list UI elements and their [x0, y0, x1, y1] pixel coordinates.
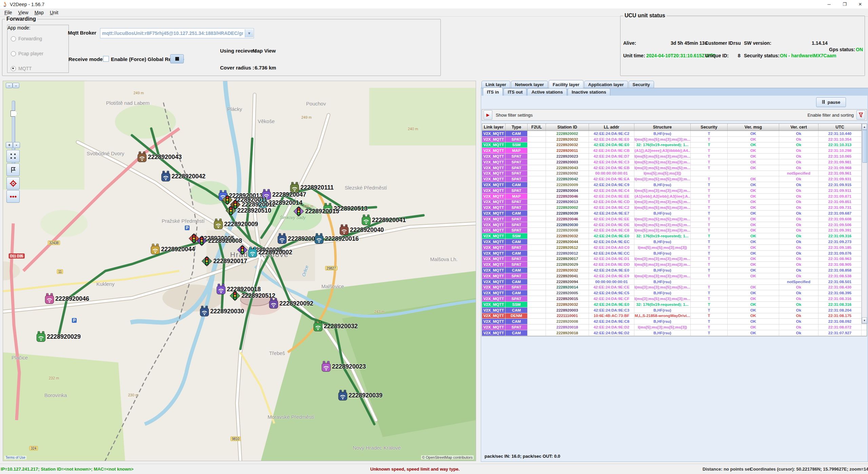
radio-pcap-player[interactable]: Pcap player — [11, 51, 43, 56]
map-mini-button-1[interactable]: – — [6, 83, 13, 88]
table-row[interactable]: V2X_MQTTSPAT222892001442:EE:24:DA:9E:CEl… — [482, 285, 867, 291]
table-row[interactable]: V2X_MQTTSPAT222892001842:EE:24:DA:9E:D2l… — [482, 324, 867, 330]
table-row[interactable]: V2X_MQTTSPAT222892004242:EE:24:DA:9E:EAl… — [482, 176, 867, 182]
subtab-inactive-stations[interactable]: Inactive stations — [568, 88, 610, 96]
more-options-button[interactable] — [6, 190, 20, 203]
map-terms-link[interactable]: Terms of Use — [4, 456, 26, 459]
table-row[interactable]: V2X_MQTTSPAT222892004642:EE:24:DA:9E:EEl… — [482, 216, 867, 222]
scroll-up-arrow[interactable]: ▲ — [862, 124, 867, 130]
table-row[interactable]: V2X_MQTTSPAT222892002942:EE:24:DA:9E:DDl… — [482, 262, 867, 268]
column-header-ver-cert[interactable]: Ver. cert — [779, 124, 818, 131]
table-row[interactable]: V2X_MQTTDENM222111000110:6E:4B:AC:73:BFM… — [482, 313, 867, 319]
table-row[interactable]: V2X_MQTTSSM222892003242:EE:24:DA:9E:E032… — [482, 142, 867, 148]
column-header-link-layer[interactable]: Link layer — [482, 124, 506, 131]
radio-forwarding[interactable]: Forwarding — [11, 36, 42, 41]
radio-icon[interactable] — [11, 51, 16, 56]
scrollbar-thumb[interactable] — [862, 130, 867, 163]
table-row[interactable]: V2X_MQTTCAM222892000842:EE:24:DA:9E:C8B,… — [482, 319, 867, 324]
map-marker-rsu[interactable]: 2228920029 — [36, 331, 81, 342]
table-row[interactable]: V2X_MQTTMAP222892004642:EE:24:DA:9E:EEI(… — [482, 194, 867, 199]
table-row[interactable]: V2X_MQTTCAM222892009400:00:00:00:00:01B,… — [482, 279, 867, 285]
column-header-utc[interactable]: UTC — [818, 124, 862, 131]
tab-network-layer[interactable]: Network layer — [511, 81, 548, 88]
table-row[interactable]: V2X_MQTTCAM222892000942:EE:24:DA:9E:C9B,… — [482, 182, 867, 188]
table-row[interactable]: V2X_MQTTMAP222892001142:EE:24:DA:9E:CBI(… — [482, 148, 867, 154]
tab-application-layer[interactable]: Application layer — [584, 81, 628, 88]
map-mini-button-2[interactable]: – — [13, 83, 19, 88]
table-row[interactable]: V2X_MQTTSPAT222892002342:EE:24:DA:9E:D7l… — [482, 154, 867, 159]
mqtt-broker-input[interactable] — [100, 31, 245, 36]
table-row[interactable]: V2X_MQTTSPAT222892000842:EE:24:DA:9E:C8l… — [482, 228, 867, 234]
table-row[interactable]: V2X_MQTTSPAT222892001342:EE:24:DA:9E:CDl… — [482, 199, 867, 205]
column-header-structure[interactable]: Structure — [634, 124, 691, 131]
table-header-row[interactable]: Link layerTypeF2ULStation IDLL addrStruc… — [482, 124, 867, 131]
expand-filter-button[interactable]: ▶ — [484, 110, 492, 120]
map-marker-rsu[interactable]: 2228920046 — [44, 293, 89, 304]
table-row[interactable]: V2X_MQTTSSM222892003242:EE:24:DA:9E:E032… — [482, 302, 867, 308]
table-row[interactable]: V2X_MQTTSSM222892003242:EE:24:DA:9E:E032… — [482, 233, 867, 239]
map-marker-rsu[interactable]: 2228920044 — [150, 243, 195, 255]
column-header-f2ul[interactable]: F2UL — [528, 124, 546, 131]
column-header-security[interactable]: Security — [691, 124, 728, 131]
tab-facility-layer[interactable]: Facility layer — [549, 80, 584, 88]
map-marker-rsu[interactable]: 2228920023 — [321, 361, 366, 372]
window-titlebar[interactable]: V2Deep - 1.56.7 ─ ❐ ✕ — [0, 0, 868, 9]
radio-icon[interactable] — [11, 66, 16, 71]
table-row[interactable]: V2X_MQTTCAM222892000542:EE:24:DA:9E:C5B,… — [482, 290, 867, 296]
map-marker-rsu[interactable]: 2228920002 — [248, 246, 292, 258]
center-target-button[interactable] — [6, 177, 20, 190]
map-marker-rsu[interactable]: 2228920016 — [314, 233, 359, 244]
map-view[interactable]: P P Plotiště nad LabemPláckyPouchovVěkoš… — [3, 81, 476, 461]
table-row[interactable]: V2X_MQTTSPAT222892001742:EE:24:DA:9E:D1l… — [482, 256, 867, 262]
menu-view[interactable]: View — [15, 9, 32, 16]
table-row[interactable]: V2X_MQTTCAM222892000342:EE:24:DA:9E:C3B,… — [482, 308, 867, 313]
table-row[interactable]: V2X_MQTTSPAT222892000242:EE:24:DA:9E:C2l… — [482, 205, 867, 211]
scroll-down-arrow[interactable]: ▼ — [862, 317, 867, 323]
column-header-type[interactable]: Type — [506, 124, 528, 131]
pause-button[interactable]: pause — [816, 97, 846, 107]
subtab-its-out[interactable]: ITS out — [504, 88, 527, 96]
maximize-button[interactable]: ❐ — [837, 0, 852, 8]
map-marker-rsu[interactable]: 2228920030 — [199, 305, 244, 317]
column-header-ver-msg[interactable]: Ver. msg — [728, 124, 779, 131]
zoom-out-button[interactable]: - — [13, 142, 20, 148]
enable-filter-button[interactable] — [856, 110, 865, 120]
column-header-station-id[interactable]: Station ID — [546, 124, 589, 131]
table-row[interactable]: V2X_MQTTCAM222892000242:EE:24:DA:9E:C2B,… — [482, 131, 867, 137]
combobox-dropdown-arrow-icon[interactable]: ▼ — [245, 29, 253, 37]
map-marker-rsu[interactable]: 2228920043 — [137, 151, 182, 163]
flag-marker-button[interactable] — [6, 163, 20, 176]
table-row[interactable]: V2X_MQTTSPAT222892000342:EE:24:DA:9E:C3l… — [482, 159, 867, 165]
map-marker-rsu[interactable]: 2228920042 — [161, 171, 205, 182]
table-row[interactable]: V2X_MQTTSPAT222892051242:EE:24:DA:A0:C0l… — [482, 245, 867, 251]
mqtt-broker-combobox[interactable]: ▼ — [100, 28, 254, 38]
menu-map[interactable]: Map — [32, 9, 47, 16]
global-receive-checkbox[interactable] — [103, 56, 109, 62]
table-row[interactable]: V2X_MQTTCAM222892003942:EE:24:DA:9E:E7B,… — [482, 211, 867, 216]
table-row[interactable]: V2X_MQTTSPAT222892003042:EE:24:DA:9E:DEl… — [482, 222, 867, 228]
map-marker-rsu[interactable]: 2228920009 — [213, 218, 258, 230]
table-scrollbar[interactable]: ▲ ▼ — [862, 123, 867, 324]
map-marker-rsu[interactable]: 2228920092 — [269, 298, 313, 309]
table-row[interactable]: V2X_MQTTSPAT222892004142:EE:24:DA:9E:E9l… — [482, 273, 867, 279]
map-marker-rsu[interactable]: 2228920032 — [313, 320, 358, 332]
table-row[interactable]: V2X_MQTTSPAT222892001542:EE:24:DA:9E:CFl… — [482, 296, 867, 302]
map-marker-traffic-light[interactable]: 2228920510 — [225, 205, 271, 216]
map-marker-traffic-light[interactable]: 2228920015 — [293, 205, 339, 217]
map-marker-traffic-light[interactable]: 2228920008 — [196, 235, 242, 246]
close-button[interactable]: ✕ — [852, 0, 868, 8]
table-row[interactable]: V2X_MQTTCAM222892001842:EE:24:DA:9E:D2B,… — [482, 330, 867, 336]
selection-mode-button[interactable] — [6, 150, 20, 162]
map-marker-rsu[interactable]: 2228920039 — [338, 390, 382, 401]
menu-unit[interactable]: Unit — [47, 9, 61, 16]
tab-link-layer[interactable]: Link layer — [481, 81, 510, 88]
table-row[interactable]: V2X_MQTTCAM222892001242:EE:24:DA:9E:CCB,… — [482, 251, 867, 256]
radio-icon[interactable] — [11, 36, 16, 41]
table-row[interactable]: V2X_MQTTSPAT222892004342:EE:24:DA:9E:EBl… — [482, 165, 867, 171]
radio-mqtt[interactable]: MQTT — [11, 66, 32, 71]
column-header-ll-addr[interactable]: LL addr — [589, 124, 634, 131]
subtab-its-in[interactable]: ITS in — [483, 87, 503, 96]
subtab-active-stations[interactable]: Active stations — [527, 88, 567, 96]
map-marker-traffic-light[interactable]: 2228920017 — [201, 255, 247, 267]
table-row[interactable]: V2X_MQTTSPAT222892009200:00:00:00:00:01l… — [482, 171, 867, 177]
